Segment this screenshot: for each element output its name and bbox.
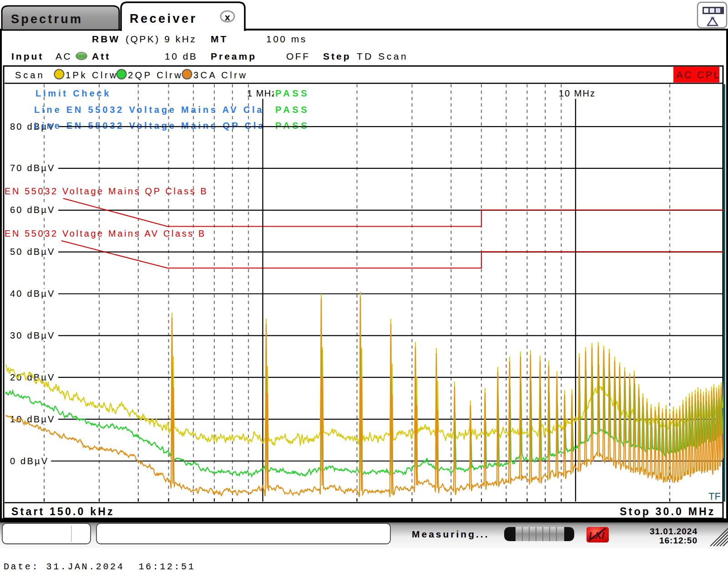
svg-text:1Pk Clrw: 1Pk Clrw <box>66 70 118 80</box>
svg-text:1 MHz: 1 MHz <box>247 88 277 98</box>
svg-text:Scan: Scan <box>15 70 45 80</box>
svg-text:TF: TF <box>708 491 721 502</box>
svg-text:50 dBµV: 50 dBµV <box>10 247 56 257</box>
svg-text:Att: Att <box>92 51 111 61</box>
svg-text:Date: 31.JAN.2024 16:12:51: Date: 31.JAN.2024 16:12:51 <box>4 562 195 572</box>
svg-text:RBW: RBW <box>92 34 120 44</box>
svg-text:Limit Check: Limit Check <box>35 88 111 98</box>
svg-text:Receiver: Receiver <box>130 12 197 25</box>
svg-text:MT: MT <box>211 34 228 44</box>
svg-text:EN 55032 Voltage Mains QP Clas: EN 55032 Voltage Mains QP Class B <box>5 186 208 196</box>
svg-text:100 ms: 100 ms <box>266 34 307 44</box>
svg-text:TD Scan: TD Scan <box>357 51 408 61</box>
svg-text:Line EN 55032 Voltage Mains QP: Line EN 55032 Voltage Mains QP Cla <box>34 121 265 131</box>
svg-text:Start 150.0 kHz: Start 150.0 kHz <box>11 506 115 517</box>
svg-text:60 dBµV: 60 dBµV <box>10 205 56 215</box>
svg-text:Input: Input <box>11 51 44 61</box>
svg-text:Line EN 55032 Voltage Mains AV: Line EN 55032 Voltage Mains AV Cla <box>34 105 264 115</box>
svg-text:10 dB: 10 dB <box>165 51 197 61</box>
svg-text:3CA Clrw: 3CA Clrw <box>193 70 248 80</box>
svg-text:x: x <box>225 12 230 22</box>
svg-text:AC: AC <box>56 51 72 61</box>
svg-text:Stop 30.0 MHz: Stop 30.0 MHz <box>620 506 716 517</box>
svg-text:OFF: OFF <box>286 51 310 61</box>
svg-text:AC CPL: AC CPL <box>676 69 720 81</box>
svg-text:Step: Step <box>323 51 351 61</box>
svg-text:Measuring...: Measuring... <box>412 529 490 539</box>
svg-text:2QP Clrw: 2QP Clrw <box>128 70 183 80</box>
svg-text:10 MHz: 10 MHz <box>559 88 596 98</box>
svg-text:Preamp: Preamp <box>211 51 257 61</box>
svg-text:Spectrum: Spectrum <box>11 12 83 26</box>
svg-text:PASS: PASS <box>275 88 309 98</box>
svg-text:0 dBµV: 0 dBµV <box>10 456 49 466</box>
svg-text:(QPK) 9 kHz: (QPK) 9 kHz <box>126 34 197 44</box>
svg-text:31.01.2024: 31.01.2024 <box>650 527 698 536</box>
svg-text:70 dBµV: 70 dBµV <box>10 163 56 173</box>
svg-text:EN 55032 Voltage Mains AV Clas: EN 55032 Voltage Mains AV Class B <box>5 228 206 238</box>
svg-text:40 dBµV: 40 dBµV <box>10 289 56 299</box>
svg-text:16:12:50: 16:12:50 <box>659 536 698 545</box>
svg-text:30 dBµV: 30 dBµV <box>10 330 56 340</box>
svg-text:PASS: PASS <box>275 105 309 115</box>
svg-text:PASS: PASS <box>275 121 309 131</box>
